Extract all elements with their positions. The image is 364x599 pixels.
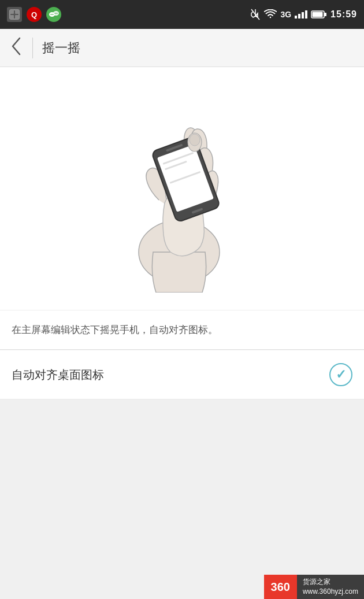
check-mark-icon: ✓ xyxy=(336,367,346,382)
toolbar: 摇一摇 xyxy=(0,29,364,67)
status-bar: Q 3G xyxy=(0,0,364,29)
svg-point-12 xyxy=(55,13,56,14)
svg-point-11 xyxy=(53,14,54,15)
wechat-icon xyxy=(46,7,61,22)
svg-rect-4 xyxy=(15,15,19,19)
qq-icon: Q xyxy=(27,7,42,22)
signal-bars xyxy=(295,10,307,19)
watermark-site-name: 货源之家 xyxy=(303,577,358,587)
back-button[interactable] xyxy=(9,36,23,60)
auto-align-checkbox[interactable]: ✓ xyxy=(329,363,352,386)
svg-rect-3 xyxy=(10,15,14,19)
mute-icon xyxy=(250,8,261,21)
page-title: 摇一摇 xyxy=(42,39,80,57)
watermark-brand: 360 xyxy=(264,575,297,599)
status-bar-right: 3G 15:59 xyxy=(250,8,357,21)
battery-icon xyxy=(311,10,327,19)
svg-point-13 xyxy=(57,13,58,14)
toolbar-divider xyxy=(32,38,33,58)
description-text: 在主屏幕编辑状态下摇晃手机，自动对齐图标。 xyxy=(12,322,352,338)
section-divider xyxy=(0,349,364,350)
svg-point-27 xyxy=(190,134,200,146)
svg-rect-16 xyxy=(313,12,323,17)
description-area: 在主屏幕编辑状态下摇晃手机，自动对齐图标。 xyxy=(0,310,364,349)
watermark: 360 货源之家 www.360hyzj.com xyxy=(264,575,364,599)
setting-row-auto-align[interactable]: 自动对齐桌面图标 ✓ xyxy=(0,350,364,400)
setting-label-auto-align: 自动对齐桌面图标 xyxy=(12,367,104,383)
illustration-area xyxy=(0,67,364,310)
status-bar-left: Q xyxy=(7,7,61,22)
watermark-site: 货源之家 www.360hyzj.com xyxy=(297,575,364,599)
svg-rect-2 xyxy=(15,10,19,14)
time-display: 15:59 xyxy=(330,9,357,20)
svg-rect-17 xyxy=(324,13,326,16)
gallery-icon xyxy=(7,7,22,22)
svg-point-10 xyxy=(51,14,52,15)
svg-text:Q: Q xyxy=(31,10,37,19)
hand-phone-illustration xyxy=(107,84,257,293)
wifi-icon xyxy=(264,9,277,20)
svg-point-9 xyxy=(53,11,59,16)
svg-rect-1 xyxy=(10,10,14,14)
network-label: 3G xyxy=(280,10,291,19)
watermark-site-url: www.360hyzj.com xyxy=(303,587,358,597)
watermark-block: 360 货源之家 www.360hyzj.com xyxy=(264,575,364,599)
